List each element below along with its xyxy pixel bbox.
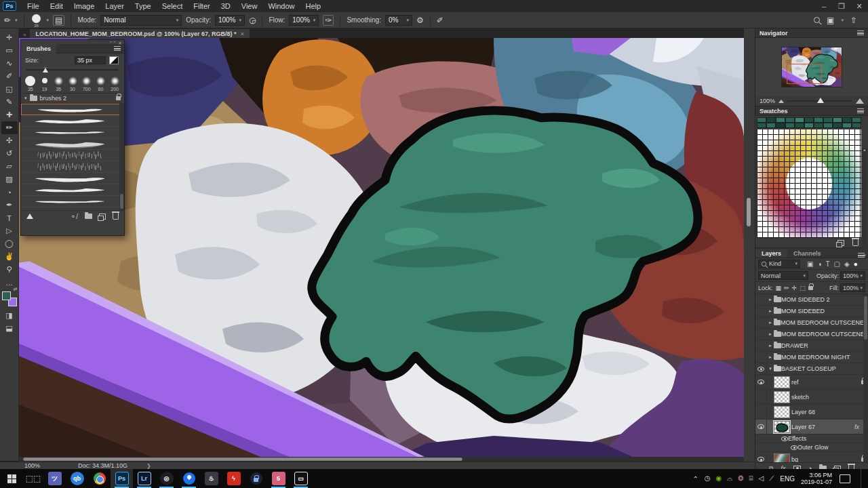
swatch[interactable] <box>757 117 766 123</box>
tab-channels[interactable]: Channels <box>787 249 827 258</box>
brushes-scrollbar[interactable] <box>119 104 124 210</box>
hscroll-thumb[interactable] <box>23 458 462 461</box>
layer-group-mom-sidebed-2[interactable]: ▸MOM SIDEBED 2 <box>755 294 868 306</box>
menu-filter[interactable]: Filter <box>188 0 215 12</box>
visibility-toggle[interactable] <box>755 306 767 317</box>
swap-colors-icon[interactable]: ⇄ <box>14 287 18 292</box>
angle-control-icon[interactable] <box>26 214 33 219</box>
chevron-icon[interactable]: ▸ <box>767 331 774 337</box>
tray-overflow-icon[interactable]: ⌃ <box>692 475 698 483</box>
taskbar-discord[interactable]: ツ <box>43 469 66 488</box>
tablet-pressure-opacity-icon[interactable]: ◶ <box>249 16 256 25</box>
brush-item[interactable] <box>21 184 124 196</box>
swatch[interactable] <box>785 117 795 123</box>
menu-file[interactable]: File <box>22 0 45 12</box>
panel-menu-icon[interactable] <box>857 108 864 113</box>
lock-pixels-icon[interactable]: ✏ <box>784 285 789 291</box>
gradient-tool[interactable]: ▨ <box>1 173 18 186</box>
menu-view[interactable]: View <box>236 0 263 12</box>
close-button[interactable]: ✕ <box>850 0 868 12</box>
menu-layer[interactable]: Layer <box>100 0 130 12</box>
swatch[interactable] <box>833 123 842 128</box>
start-button[interactable] <box>0 469 23 488</box>
brush-preset-35[interactable]: 35 <box>24 75 37 92</box>
restore-button[interactable]: ❐ <box>833 0 850 12</box>
tablet-pressure-size-icon[interactable]: ✐ <box>437 16 443 25</box>
panel-menu-icon[interactable] <box>114 46 121 51</box>
navigator-zoom-slider[interactable] <box>787 100 852 102</box>
language-indicator[interactable]: ENG <box>780 475 795 483</box>
swatch[interactable] <box>795 117 804 123</box>
tray-network-icon[interactable]: ⟋ <box>769 474 774 483</box>
menu-edit[interactable]: Edit <box>45 0 68 12</box>
pen-tool[interactable]: ✒ <box>1 199 18 211</box>
visibility-toggle[interactable] <box>755 363 767 374</box>
chevron-icon[interactable]: ▸ <box>767 297 774 302</box>
brush-item[interactable] <box>21 104 124 115</box>
shape-tool[interactable]: ◯ <box>1 237 18 250</box>
brush-item[interactable] <box>21 138 124 150</box>
eye-icon[interactable] <box>781 436 788 441</box>
brush-preset-picker[interactable]: 35 <box>31 14 43 26</box>
tray-display-icon[interactable]: ⌸ <box>749 474 753 483</box>
brush-item[interactable] <box>21 173 124 184</box>
menu-3d[interactable]: 3D <box>216 0 236 12</box>
visibility-toggle[interactable] <box>755 317 767 328</box>
filter-adjustment-icon[interactable]: ◑ <box>817 260 821 268</box>
opacity-input[interactable]: 100%▾ <box>215 15 245 26</box>
swatch[interactable] <box>757 123 766 128</box>
minimize-button[interactable]: – <box>815 0 833 12</box>
panel-menu-icon[interactable] <box>858 253 865 258</box>
layer-fx-badge[interactable]: fx <box>854 424 859 430</box>
tray-volume-icon[interactable]: ◁ <box>759 474 764 483</box>
brushes-tab[interactable]: Brushes <box>21 44 56 54</box>
brush-preset-700[interactable]: 700 <box>80 75 94 92</box>
panel-menu-icon[interactable] <box>857 30 864 35</box>
chevron-icon[interactable]: ▸ <box>767 354 774 360</box>
blend-mode-select[interactable]: Normal▾ <box>758 271 808 280</box>
menu-select[interactable]: Select <box>157 0 189 12</box>
visibility-toggle[interactable] <box>755 329 767 340</box>
swatch[interactable] <box>823 117 833 123</box>
brush-group-row[interactable]: ▾ brushes 2 <box>21 94 124 104</box>
swatch[interactable] <box>804 123 814 128</box>
brush-size-slider[interactable] <box>26 67 119 73</box>
flow-input[interactable]: 100%▾ <box>289 15 319 26</box>
delete-brush-icon[interactable] <box>113 213 119 220</box>
clock[interactable]: 3:06 PM 2019-01-07 <box>801 472 832 485</box>
swatch[interactable] <box>823 123 833 128</box>
layer-group-basket-closeup[interactable]: ▾BASKET CLOSEUP <box>755 363 868 375</box>
layers-scrollbar[interactable] <box>863 294 868 462</box>
smoothing-input[interactable]: 0%▾ <box>385 15 412 26</box>
swatch[interactable] <box>766 123 776 128</box>
document-tab[interactable]: LOCATION_HOME_MOM_BEDROOM.psd @ 100% (La… <box>30 29 249 38</box>
path-selection-tool[interactable]: ▷ <box>1 224 18 237</box>
navigator-tab[interactable]: Navigator <box>760 30 788 37</box>
swatch[interactable] <box>766 117 776 123</box>
tray-pink-icon[interactable]: ❂ <box>738 474 743 483</box>
lasso-tool[interactable]: ∿ <box>1 57 18 70</box>
taskbar-maps[interactable] <box>178 469 200 488</box>
layer-thumbnail[interactable] <box>774 376 790 388</box>
taskbar-photoshop[interactable]: Ps <box>111 469 133 488</box>
taskbar-quickbooks[interactable]: qb <box>66 469 88 488</box>
taskbar-obs[interactable]: ◎ <box>155 469 178 488</box>
lock-transparency-icon[interactable]: ▦ <box>776 285 782 291</box>
slider-thumb[interactable] <box>43 67 48 73</box>
swatch[interactable] <box>785 123 795 128</box>
taskbar-lightroom[interactable]: Lr <box>133 469 155 488</box>
layer-thumbnail[interactable] <box>774 406 790 418</box>
taskbar-utility[interactable]: ♨ <box>200 469 222 488</box>
layer-group-mom-bedroom-cutscene-ni-[interactable]: ▸MOM BEDROOM CUTSCENE NI... <box>755 317 868 329</box>
workspace-switcher-icon[interactable]: ▣ <box>827 16 834 25</box>
history-brush-tool[interactable]: ↺ <box>1 147 18 160</box>
taskbar-lock-app[interactable] <box>245 469 267 488</box>
brush-item[interactable] <box>21 161 124 173</box>
menu-help[interactable]: Help <box>300 0 327 12</box>
lock-position-icon[interactable]: ✛ <box>792 285 797 291</box>
tab-overflow-icon[interactable]: » <box>19 32 30 38</box>
layer-bg[interactable]: bg <box>755 452 868 462</box>
taskbar-chrome[interactable] <box>88 469 111 488</box>
layer-thumbnail[interactable] <box>774 421 790 433</box>
vscroll-thumb[interactable] <box>747 198 751 226</box>
